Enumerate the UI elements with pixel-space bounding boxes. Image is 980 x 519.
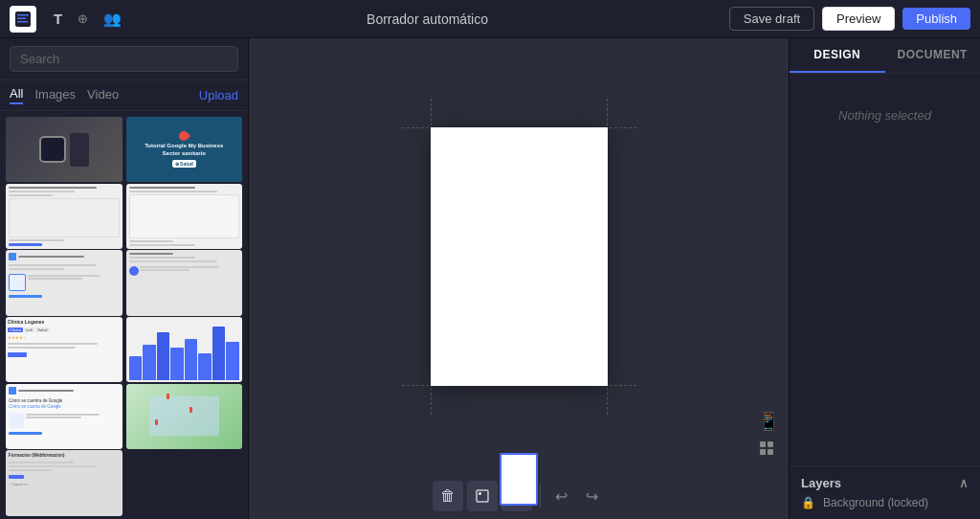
svg-rect-4 [477, 490, 488, 502]
lock-icon: 🔒 [801, 496, 815, 509]
cursor-tool-icon[interactable]: ⊕ [74, 10, 92, 28]
nothing-selected-text: Nothing selected [838, 108, 931, 123]
frame-button[interactable] [467, 481, 498, 511]
media-thumb[interactable] [6, 184, 122, 249]
filter-tab-images[interactable]: Images [34, 87, 76, 103]
grid-view-icon[interactable] [758, 440, 779, 462]
media-thumb[interactable]: Clinica Loganes Clinica Link Salud ★★★★☆ [6, 317, 122, 382]
search-bar [0, 38, 248, 80]
preview-button[interactable]: Preview [822, 7, 895, 31]
document-title: Borrador automático [135, 11, 720, 27]
text-tool-icon[interactable]: T [50, 9, 66, 29]
upload-button[interactable]: Upload [199, 88, 238, 102]
canvas-container [431, 127, 608, 386]
media-thumb[interactable]: Tutorial Google My BusinessSector sanita… [126, 117, 243, 182]
svg-rect-2 [17, 17, 26, 19]
canvas-area: 🗑 + ↩ ↪ 📱 [249, 38, 789, 519]
save-draft-button[interactable]: Save draft [729, 7, 814, 31]
svg-rect-5 [479, 492, 481, 495]
toolbar-divider [540, 485, 541, 508]
media-thumb[interactable] [6, 250, 122, 315]
publish-button[interactable]: Publish [902, 8, 970, 30]
tab-document[interactable]: DOCUMENT [885, 38, 981, 73]
svg-rect-3 [17, 21, 28, 23]
media-thumb[interactable] [126, 384, 243, 449]
logo[interactable] [10, 6, 36, 33]
layers-label: Layers [801, 476, 841, 490]
search-input[interactable] [10, 46, 238, 72]
left-panel: All Images Video Upload Tutorial Google … [0, 38, 249, 519]
layer-item[interactable]: 🔒 Background (locked) [801, 490, 969, 509]
main-layout: All Images Video Upload Tutorial Google … [0, 38, 980, 519]
svg-rect-9 [768, 449, 773, 455]
svg-rect-1 [17, 14, 29, 16]
team-icon[interactable]: 👥 [100, 9, 125, 30]
svg-rect-6 [760, 441, 766, 447]
topbar-actions: Save draft Preview Publish [729, 7, 970, 31]
layers-section: Layers ∧ 🔒 Background (locked) [790, 465, 980, 519]
right-panel: DESIGN DOCUMENT Nothing selected Layers … [789, 38, 980, 519]
delete-button[interactable]: 🗑 [433, 481, 463, 511]
svg-rect-7 [768, 441, 773, 447]
layer-label: Background (locked) [823, 496, 928, 509]
layers-chevron-icon[interactable]: ∧ [959, 476, 969, 490]
tab-design[interactable]: DESIGN [790, 38, 885, 73]
media-thumb[interactable]: Formacion (Webformacion) ↓ Siguiente... [6, 450, 122, 515]
toolbar-icons: T ⊕ 👥 [50, 9, 125, 30]
media-thumb[interactable] [126, 184, 243, 249]
topbar: T ⊕ 👥 Borrador automático Save draft Pre… [0, 0, 980, 38]
media-thumb[interactable] [126, 250, 243, 315]
filter-tab-all[interactable]: All [10, 86, 23, 104]
svg-rect-8 [760, 449, 766, 455]
media-thumb[interactable]: Cómo se cuentra de GoogleCómo se cuanta … [6, 384, 122, 449]
page-thumbnail[interactable] [500, 453, 538, 506]
filter-tabs: All Images Video Upload [0, 80, 248, 111]
canvas-page[interactable] [431, 127, 608, 386]
layers-header: Layers ∧ [801, 476, 969, 490]
right-tabs: DESIGN DOCUMENT [790, 38, 980, 74]
media-grid: Tutorial Google My BusinessSector sanita… [0, 111, 248, 519]
media-thumb[interactable] [126, 317, 243, 382]
mobile-view-icon[interactable]: 📱 [758, 411, 779, 432]
canvas-wrapper[interactable] [249, 38, 789, 475]
right-content: Nothing selected [790, 74, 980, 465]
filter-tab-video[interactable]: Video [87, 87, 119, 103]
media-thumb[interactable] [6, 117, 122, 182]
canvas-right-icons: 📱 [758, 411, 779, 462]
undo-button[interactable]: ↩ [548, 483, 575, 509]
redo-button[interactable]: ↪ [579, 483, 606, 509]
